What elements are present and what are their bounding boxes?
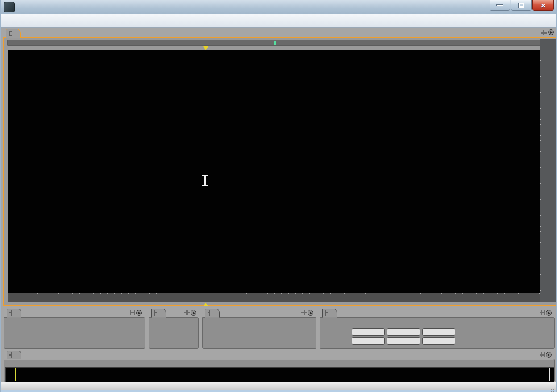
app-window: × xyxy=(0,0,557,392)
selection-length-field[interactable] xyxy=(422,328,455,336)
status-bar xyxy=(1,382,556,390)
main-panel-body xyxy=(3,37,557,306)
tab-main[interactable] xyxy=(6,29,21,38)
panel-grip-icon xyxy=(541,30,547,35)
maximize-button[interactable] xyxy=(511,0,532,11)
panel-menu-button[interactable] xyxy=(546,352,552,358)
selection-view-panel xyxy=(320,309,555,349)
tab-grip-icon xyxy=(9,310,12,316)
sample-ruler[interactable] xyxy=(8,293,540,302)
meter-peak-indicator xyxy=(15,368,16,381)
horizontal-scrollbar[interactable] xyxy=(7,40,540,46)
tab-selection-view[interactable] xyxy=(322,309,337,318)
minimize-icon xyxy=(496,4,503,6)
tab-grip-icon xyxy=(208,310,210,316)
time-body xyxy=(149,317,199,349)
transport-body xyxy=(4,317,145,349)
cursor-bottom-marker-icon[interactable] xyxy=(203,303,208,306)
close-icon: × xyxy=(541,2,545,9)
tab-grip-icon xyxy=(154,310,157,316)
scrollbar-position-marker xyxy=(274,41,276,45)
app-icon xyxy=(4,2,15,12)
waveform-display[interactable] xyxy=(8,50,540,293)
tab-grip-icon xyxy=(325,310,328,316)
levels-body xyxy=(4,359,555,382)
menu-bar xyxy=(1,14,556,28)
panel-menu-button[interactable] xyxy=(308,310,313,316)
levels-panel xyxy=(4,351,555,382)
tab-grip-icon xyxy=(9,31,12,36)
panel-menu-button[interactable] xyxy=(191,310,196,316)
panel-grip-icon xyxy=(184,310,190,315)
panel-grip-icon xyxy=(540,352,545,357)
close-button[interactable]: × xyxy=(532,0,554,11)
zoom-panel xyxy=(202,309,316,349)
ibeam-mouse-cursor-icon xyxy=(202,175,208,186)
tab-grip-icon xyxy=(9,352,12,358)
view-end-field[interactable] xyxy=(387,337,420,345)
minimize-button[interactable] xyxy=(490,0,510,11)
view-begin-field[interactable] xyxy=(352,337,385,345)
main-panel-group xyxy=(3,29,557,306)
level-meter[interactable] xyxy=(5,367,554,382)
meter-zero-line xyxy=(549,368,550,381)
tab-zoom[interactable] xyxy=(205,309,220,318)
selection-begin-field[interactable] xyxy=(352,328,385,336)
title-bar[interactable]: × xyxy=(1,0,556,14)
panel-menu-button[interactable] xyxy=(136,310,142,316)
panel-grip-icon xyxy=(301,310,307,315)
panel-menu-button[interactable] xyxy=(548,29,554,35)
selection-end-field[interactable] xyxy=(387,328,420,336)
panel-grip-icon xyxy=(540,310,545,315)
tab-levels[interactable] xyxy=(7,351,21,359)
maximize-icon xyxy=(519,3,524,8)
tab-transport[interactable] xyxy=(7,309,21,318)
db-scale[interactable] xyxy=(540,39,556,302)
window-bottom-edge xyxy=(1,390,556,392)
time-panel xyxy=(149,309,199,349)
tab-time[interactable] xyxy=(151,309,166,318)
waveform-canvas xyxy=(8,50,540,293)
playback-cursor-line xyxy=(206,50,206,293)
panel-menu-button[interactable] xyxy=(546,310,552,316)
view-length-field[interactable] xyxy=(422,337,455,345)
zoom-body xyxy=(202,317,316,349)
transport-panel xyxy=(4,309,145,349)
panel-grip-icon xyxy=(130,310,135,315)
resize-grip-icon[interactable] xyxy=(551,387,555,392)
selection-view-body xyxy=(320,317,555,349)
